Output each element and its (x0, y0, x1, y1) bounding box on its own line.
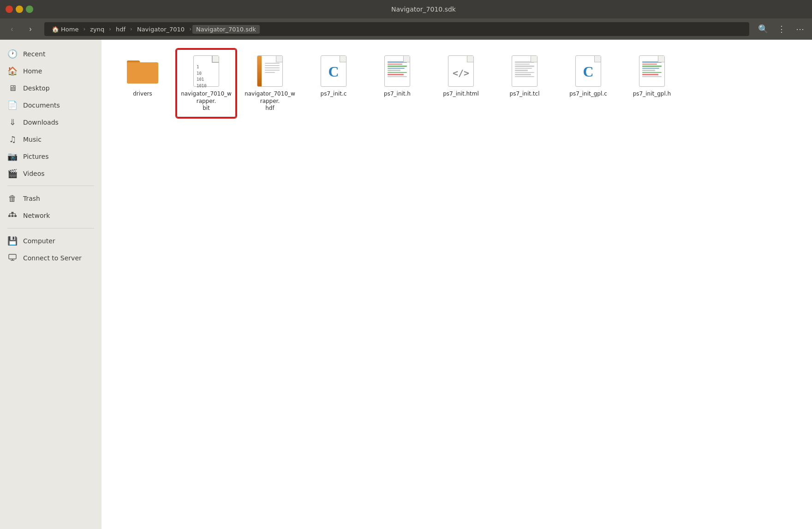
file-area: drivers 1101011010 navigator_7010_wrappe… (102, 40, 812, 529)
connect-icon (7, 253, 18, 263)
sidebar-item-trash[interactable]: 🗑 Trash (0, 190, 102, 207)
breadcrumb-home-label: Home (61, 26, 78, 33)
sidebar-item-downloads[interactable]: ⇓ Downloads (0, 114, 102, 131)
breadcrumb-zynq[interactable]: zynq (86, 25, 108, 34)
breadcrumb-zynq-label: zynq (90, 26, 104, 33)
maximize-button[interactable] (26, 6, 33, 13)
sidebar-item-pictures[interactable]: 📷 Pictures (0, 148, 102, 165)
file-label-drivers: drivers (133, 90, 152, 98)
sidebar-item-desktop[interactable]: 🖥 Desktop (0, 79, 102, 96)
sidebar-label-home: Home (23, 67, 42, 75)
desktop-icon: 🖥 (7, 83, 18, 93)
hdf-file-icon (253, 54, 287, 88)
sidebar-label-computer: Computer (23, 237, 55, 245)
breadcrumb-sep-2: › (109, 26, 111, 32)
tcl-file-icon (508, 54, 541, 88)
file-label-ps7-init-gpl-h: ps7_init_gpl.h (633, 90, 671, 98)
sidebar-item-computer[interactable]: 💾 Computer (0, 232, 102, 249)
titlebar: Navigator_7010.sdk (0, 0, 812, 18)
sidebar-label-pictures: Pictures (23, 153, 48, 160)
main-layout: 🕐 Recent 🏠 Home 🖥 Desktop 📄 Documents ⇓ … (0, 40, 812, 529)
sidebar-label-videos: Videos (23, 170, 45, 177)
music-icon: ♫ (7, 134, 18, 144)
file-item-ps7-init-c[interactable]: C ps7_init.c (304, 49, 364, 118)
documents-icon: 📄 (7, 100, 18, 110)
breadcrumb-hdf[interactable]: hdf (112, 25, 129, 34)
minimize-button[interactable] (16, 6, 23, 13)
breadcrumb-bar: 🏠 Home › zynq › hdf › Navigator_7010 › N… (44, 22, 749, 36)
sidebar-item-network[interactable]: Network (0, 207, 102, 224)
search-button[interactable]: 🔍 (755, 21, 771, 37)
sidebar-label-trash: Trash (23, 195, 40, 202)
html-file-icon: </> (444, 54, 478, 88)
menu-icon: ⋯ (796, 24, 804, 34)
sidebar-item-videos[interactable]: 🎬 Videos (0, 165, 102, 182)
file-item-wrapper-bit[interactable]: 1101011010 navigator_7010_wrapper.bit (176, 49, 236, 118)
file-item-ps7-init-html[interactable]: </> ps7_init.html (431, 49, 491, 118)
sidebar-separator-1 (7, 186, 94, 186)
file-label-wrapper-hdf: navigator_7010_wrapper.hdf (245, 90, 295, 112)
back-button[interactable]: ‹ (4, 21, 20, 37)
breadcrumb-sep-3: › (130, 26, 132, 32)
file-label-ps7-init-tcl: ps7_init.tcl (510, 90, 540, 98)
forward-button[interactable]: › (22, 21, 39, 37)
window-controls (6, 6, 33, 13)
svg-rect-2 (14, 215, 17, 217)
svg-rect-0 (8, 215, 11, 217)
folder-icon-drivers (126, 54, 159, 88)
breadcrumb-navigator7010-label: Navigator_7010 (137, 26, 185, 33)
menu-button[interactable]: ⋯ (792, 21, 808, 37)
home-icon: 🏠 (52, 26, 59, 33)
view-grid-icon: ⋮ (777, 24, 786, 34)
sidebar-label-desktop: Desktop (23, 84, 50, 92)
breadcrumb-home[interactable]: 🏠 Home (48, 25, 82, 34)
sidebar-item-home[interactable]: 🏠 Home (0, 62, 102, 79)
file-label-ps7-init-h: ps7_init.h (384, 90, 411, 98)
sidebar-label-downloads: Downloads (23, 119, 59, 126)
sidebar: 🕐 Recent 🏠 Home 🖥 Desktop 📄 Documents ⇓ … (0, 40, 102, 529)
svg-rect-3 (12, 212, 14, 214)
breadcrumb-sdk[interactable]: Navigator_7010.sdk (192, 25, 260, 34)
svg-rect-14 (127, 62, 140, 66)
breadcrumb-navigator7010[interactable]: Navigator_7010 (133, 25, 188, 34)
file-item-wrapper-hdf[interactable]: navigator_7010_wrapper.hdf (240, 49, 300, 118)
view-grid-button[interactable]: ⋮ (773, 21, 790, 37)
computer-icon: 💾 (7, 236, 18, 246)
toolbar-right: 🔍 ⋮ ⋯ (755, 21, 808, 37)
file-item-ps7-init-h[interactable]: ps7_init.h (367, 49, 427, 118)
sidebar-item-recent[interactable]: 🕐 Recent (0, 45, 102, 62)
sidebar-item-documents[interactable]: 📄 Documents (0, 96, 102, 114)
forward-icon: › (29, 25, 31, 33)
breadcrumb-hdf-label: hdf (116, 26, 125, 33)
file-item-ps7-init-tcl[interactable]: ps7_init.tcl (495, 49, 555, 118)
file-label-ps7-init-c: ps7_init.c (321, 90, 347, 98)
window-title: Navigator_7010.sdk (41, 6, 806, 13)
breadcrumb-sep-1: › (83, 26, 85, 32)
sidebar-item-connect[interactable]: Connect to Server (0, 249, 102, 267)
sidebar-separator-2 (7, 228, 94, 228)
network-icon (7, 210, 18, 221)
breadcrumb-sep-4: › (189, 26, 191, 32)
search-icon: 🔍 (758, 24, 768, 34)
trash-icon: 🗑 (7, 193, 18, 203)
back-icon: ‹ (11, 25, 13, 33)
sidebar-label-connect: Connect to Server (23, 254, 82, 262)
downloads-icon: ⇓ (7, 117, 18, 127)
pictures-icon: 📷 (7, 151, 18, 161)
file-item-ps7-init-gpl-h[interactable]: ps7_init_gpl.h (622, 49, 682, 118)
sidebar-label-network: Network (23, 212, 50, 219)
file-item-drivers[interactable]: drivers (113, 49, 173, 118)
sidebar-label-documents: Documents (23, 102, 60, 109)
sidebar-item-music[interactable]: ♫ Music (0, 131, 102, 148)
c-file-icon-2: C (572, 54, 605, 88)
c-file-icon-1: C (317, 54, 350, 88)
file-label-ps7-init-gpl-c: ps7_init_gpl.c (569, 90, 607, 98)
sidebar-label-recent: Recent (23, 50, 45, 58)
bit-file-icon: 1101011010 (190, 54, 223, 88)
close-button[interactable] (6, 6, 13, 13)
h-file-icon-2 (635, 54, 669, 88)
file-label-wrapper-bit: navigator_7010_wrapper.bit (181, 90, 232, 112)
h-file-icon-1 (381, 54, 414, 88)
file-item-ps7-init-gpl-c[interactable]: C ps7_init_gpl.c (558, 49, 618, 118)
breadcrumb-sdk-label: Navigator_7010.sdk (196, 26, 256, 33)
